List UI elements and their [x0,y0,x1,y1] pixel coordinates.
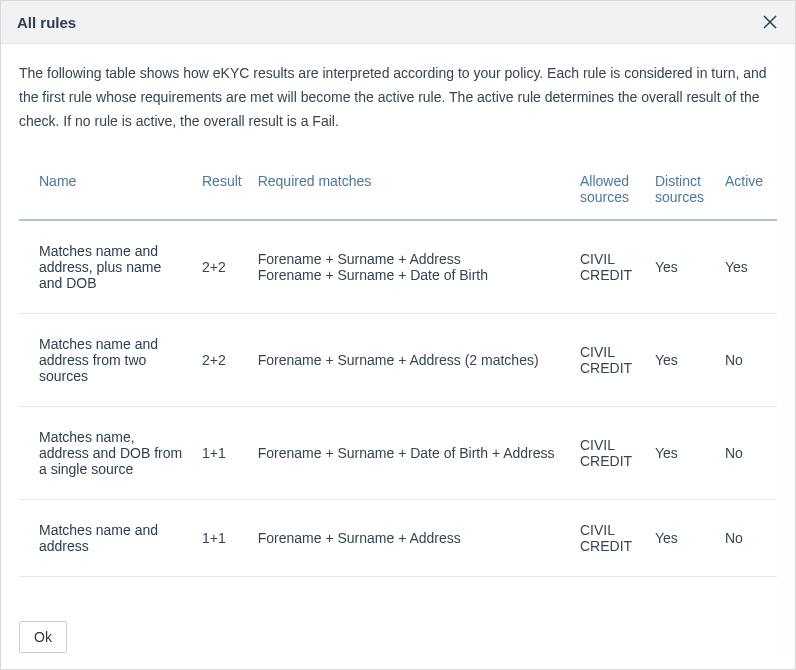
table-header-row: Name Result Required matches Allowed sou… [19,163,777,220]
modal-title: All rules [17,14,76,31]
source-line: CIVIL [580,437,639,453]
close-button[interactable] [761,13,779,31]
cell-distinct: Yes [647,407,717,500]
cell-distinct: Yes [647,500,717,577]
table-row: Matches name and address 1+1 Forename + … [19,500,777,577]
table-row: Matches name and address from two source… [19,314,777,407]
col-header-matches: Required matches [250,163,572,220]
modal-header: All rules [1,1,795,44]
cell-active: No [717,500,777,577]
col-header-active: Active [717,163,777,220]
source-line: CIVIL [580,344,639,360]
match-line: Forename + Surname + Date of Birth + Add… [258,445,564,461]
source-line: CIVIL [580,522,639,538]
match-line: Forename + Surname + Address [258,530,564,546]
cell-result: 2+2 [194,220,250,314]
source-line: CREDIT [580,538,639,554]
cell-name: Matches name and address [19,500,194,577]
ok-button[interactable]: Ok [19,621,67,653]
modal-description: The following table shows how eKYC resul… [19,62,777,133]
cell-matches: Forename + Surname + Date of Birth + Add… [250,407,572,500]
all-rules-modal: All rules The following table shows how … [0,0,796,670]
cell-allowed: CIVIL CREDIT [572,407,647,500]
cell-name: Matches name, address and DOB from a sin… [19,407,194,500]
cell-result: 1+1 [194,500,250,577]
source-line: CREDIT [580,360,639,376]
cell-allowed: CIVIL CREDIT [572,500,647,577]
cell-name: Matches name and address, plus name and … [19,220,194,314]
close-icon [763,15,777,29]
cell-active: Yes [717,220,777,314]
cell-allowed: CIVIL CREDIT [572,220,647,314]
rules-table: Name Result Required matches Allowed sou… [19,163,777,577]
source-line: CREDIT [580,453,639,469]
col-header-name: Name [19,163,194,220]
cell-matches: Forename + Surname + Address Forename + … [250,220,572,314]
match-line: Forename + Surname + Address [258,251,564,267]
cell-distinct: Yes [647,220,717,314]
cell-active: No [717,314,777,407]
col-header-distinct: Distinct sources [647,163,717,220]
cell-result: 2+2 [194,314,250,407]
cell-matches: Forename + Surname + Address (2 matches) [250,314,572,407]
modal-body: The following table shows how eKYC resul… [1,44,795,607]
col-header-result: Result [194,163,250,220]
match-line: Forename + Surname + Address (2 matches) [258,352,564,368]
table-row: Matches name, address and DOB from a sin… [19,407,777,500]
cell-name: Matches name and address from two source… [19,314,194,407]
source-line: CIVIL [580,251,639,267]
table-row: Matches name and address, plus name and … [19,220,777,314]
col-header-allowed: Allowed sources [572,163,647,220]
modal-footer: Ok [1,607,795,669]
match-line: Forename + Surname + Date of Birth [258,267,564,283]
cell-allowed: CIVIL CREDIT [572,314,647,407]
cell-active: No [717,407,777,500]
cell-distinct: Yes [647,314,717,407]
cell-result: 1+1 [194,407,250,500]
source-line: CREDIT [580,267,639,283]
cell-matches: Forename + Surname + Address [250,500,572,577]
